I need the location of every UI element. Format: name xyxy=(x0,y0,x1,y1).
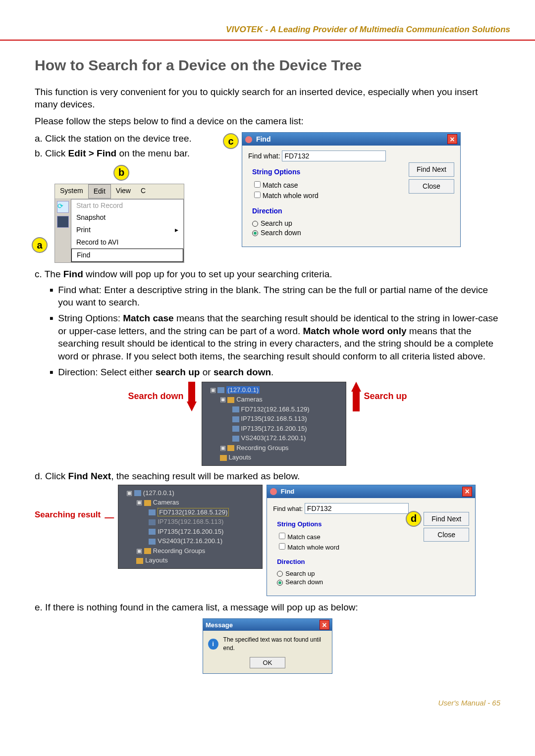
find-dialog: Find × Find what: String Options Match c… xyxy=(242,132,461,247)
tree-item[interactable]: IP7135(172.16.200.15) xyxy=(205,424,343,434)
tree-item[interactable]: VS2403(172.16.200.1) xyxy=(205,433,343,443)
info-icon: i xyxy=(208,639,218,650)
close-icon[interactable]: × xyxy=(320,620,329,630)
search-up-label: Search up xyxy=(261,219,292,227)
menu-edit[interactable]: Edit xyxy=(88,184,111,199)
search-down-radio[interactable] xyxy=(277,580,283,586)
camera-icon xyxy=(149,509,156,515)
tree-layouts[interactable]: Layouts xyxy=(121,555,259,565)
badge-c: c xyxy=(223,133,239,149)
folder-icon xyxy=(144,548,151,554)
tree-item[interactable]: IP7135(192.168.5.113) xyxy=(205,414,343,424)
camera-icon xyxy=(149,529,156,535)
folder-icon xyxy=(220,455,227,461)
tree-item[interactable]: VS2403(172.16.200.1) xyxy=(121,536,259,546)
host-icon xyxy=(217,387,224,393)
search-up-radio[interactable] xyxy=(252,221,258,227)
arrow-up-icon xyxy=(351,382,361,411)
host-icon xyxy=(134,490,141,496)
result-figure: Searching result — ▣ (127.0.0.1) ▣ Camer… xyxy=(35,485,500,596)
badge-d: d xyxy=(406,511,422,527)
tree-root[interactable]: ▣ (127.0.0.1) xyxy=(121,488,259,498)
menu-system[interactable]: System xyxy=(55,184,88,199)
find-next-button[interactable]: Find Next xyxy=(409,162,454,177)
camera-icon xyxy=(232,436,239,442)
tree-item-highlighted[interactable]: FD7132(192.168.5.129) xyxy=(121,507,259,517)
menu-item-snapshot[interactable]: Snapshot xyxy=(71,211,183,224)
folder-icon xyxy=(227,397,234,403)
page-footer: User's Manual - 65 xyxy=(0,694,535,722)
toolbar-monitor-icon[interactable] xyxy=(57,216,69,228)
searching-result-label: Searching result xyxy=(35,509,101,521)
menu-view[interactable]: View xyxy=(111,184,136,199)
page-title: How to Search for a Device on the Device… xyxy=(35,55,500,76)
menu-item-start-record[interactable]: Start to Record xyxy=(71,200,183,212)
find-icon xyxy=(270,488,277,495)
menu-more[interactable]: C xyxy=(136,184,151,199)
message-box: Message × i The specified text was not f… xyxy=(203,618,332,674)
bullet-find-what: Find what: Enter a descriptive string in… xyxy=(50,284,500,309)
device-tree: ▣ (127.0.0.1) ▣ Cameras FD7132(192.168.5… xyxy=(202,382,346,466)
match-whole-label: Match whole word xyxy=(287,544,339,551)
bullet-direction: Direction: Select either search up or se… xyxy=(50,366,500,379)
match-case-label: Match case xyxy=(263,181,298,189)
match-whole-word-checkbox[interactable] xyxy=(254,192,261,198)
message-title-bar: Message × xyxy=(203,619,332,631)
find-dialog-title-bar: Find × xyxy=(267,485,475,498)
menu-item-record-avi[interactable]: Record to AVI xyxy=(71,236,183,249)
search-up-label-red: Search up xyxy=(361,390,410,402)
bullet-string-options: String Options: Match case means that th… xyxy=(50,312,500,363)
toolbar-power-icon[interactable]: ⟳ xyxy=(57,201,69,213)
match-case-checkbox[interactable] xyxy=(254,181,261,188)
badge-b: b xyxy=(113,165,129,181)
tree-root[interactable]: ▣ (127.0.0.1) xyxy=(205,385,343,395)
match-case-checkbox[interactable] xyxy=(279,533,285,539)
arrow-down-icon xyxy=(187,382,197,411)
camera-icon xyxy=(232,416,239,422)
search-down-label: Search down xyxy=(261,229,301,237)
camera-icon xyxy=(149,539,156,545)
search-up-label: Search up xyxy=(285,570,315,577)
tree-direction-figure: Search down ▣ (127.0.0.1) ▣ Cameras FD71… xyxy=(35,382,500,466)
close-button[interactable]: Close xyxy=(424,528,469,542)
badge-a: a xyxy=(32,237,48,253)
direction-legend: Direction xyxy=(252,206,450,216)
step-e: e. If there is nothing found in the came… xyxy=(35,601,500,614)
find-next-button[interactable]: Find Next xyxy=(424,512,469,526)
search-down-label-red: Search down xyxy=(125,390,186,402)
message-text: The specified text was not found until e… xyxy=(223,636,327,652)
find-what-input[interactable] xyxy=(305,503,409,514)
page-body: How to Search for a Device on the Device… xyxy=(0,41,535,694)
tree-cameras[interactable]: ▣ Cameras xyxy=(205,395,343,404)
menu-figure: System Edit View C ⟳ Start to Record Sna… xyxy=(54,184,184,263)
edit-menu-dropdown: Start to Record Snapshot Print▸ Record t… xyxy=(71,199,184,262)
tree-layouts[interactable]: Layouts xyxy=(205,453,343,462)
folder-icon xyxy=(136,558,143,564)
tree-recording-groups[interactable]: ▣ Recording Groups xyxy=(205,443,343,453)
tree-item[interactable]: IP7135(172.16.200.15) xyxy=(121,527,259,537)
menu-bar: System Edit View C xyxy=(55,184,184,199)
step-c: c. The Find window will pop up for you t… xyxy=(35,268,500,281)
find-dialog-result: Find × Find what: String Options Match c… xyxy=(267,485,476,596)
tree-recording-groups[interactable]: ▣ Recording Groups xyxy=(121,546,259,556)
close-icon[interactable]: × xyxy=(447,134,457,144)
find-dialog-title: Find xyxy=(256,135,271,143)
header-tagline: VIVOTEK - A Leading Provider of Multimed… xyxy=(226,25,510,34)
close-button[interactable]: Close xyxy=(409,179,454,194)
match-whole-word-checkbox[interactable] xyxy=(279,543,285,550)
tree-item[interactable]: FD7132(192.168.5.129) xyxy=(205,404,343,414)
match-case-label: Match case xyxy=(287,533,320,541)
search-up-radio[interactable] xyxy=(277,571,283,577)
camera-icon xyxy=(149,519,156,525)
device-tree-result: ▣ (127.0.0.1) ▣ Cameras FD7132(192.168.5… xyxy=(118,485,263,569)
menu-item-find[interactable]: Find xyxy=(71,249,183,262)
search-down-radio[interactable] xyxy=(252,230,258,236)
tree-cameras[interactable]: ▣ Cameras xyxy=(121,498,259,507)
find-what-input[interactable] xyxy=(282,151,386,161)
ok-button[interactable]: OK xyxy=(250,657,285,669)
page-header: VIVOTEK - A Leading Provider of Multimed… xyxy=(0,0,535,41)
camera-icon xyxy=(232,406,239,412)
tree-item[interactable]: IP7135(192.168.5.113) xyxy=(121,517,259,527)
close-icon[interactable]: × xyxy=(462,487,472,497)
menu-item-print[interactable]: Print▸ xyxy=(71,224,183,236)
